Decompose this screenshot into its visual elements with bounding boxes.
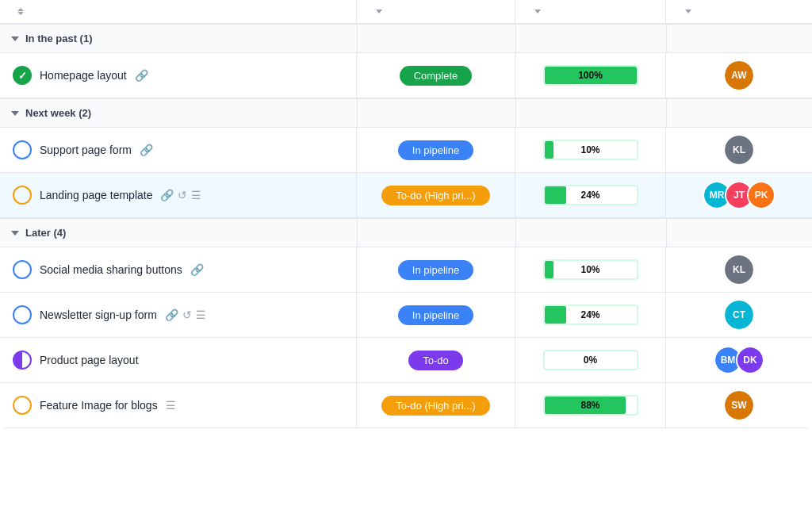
group-title-cell[interactable]: In the past (1)	[0, 25, 357, 52]
avatar-group: MRJTPK	[703, 181, 776, 209]
task-progress-cell: 88%	[515, 383, 666, 427]
list-icon[interactable]: ☰	[166, 399, 176, 412]
avatar: AW	[725, 61, 753, 90]
task-name[interactable]: Newsletter sign-up form	[40, 308, 157, 321]
task-title-cell: Landing page template🔗↺☰	[0, 173, 357, 217]
avatar: DK	[736, 346, 764, 374]
table-row[interactable]: Social media sharing buttons🔗In pipeline…	[0, 247, 812, 293]
progress-bar-wrap: 10%	[543, 259, 638, 280]
table-row[interactable]: Product page layoutTo-do0%BMDK	[0, 338, 812, 383]
stage-badge[interactable]: To-do (High pri...)	[381, 396, 489, 416]
col-stage[interactable]	[357, 0, 515, 23]
group-header-empty	[515, 25, 666, 52]
task-progress-cell: 10%	[515, 128, 666, 172]
task-stage-cell: To-do (High pri...)	[357, 173, 515, 217]
task-icons: ☰	[166, 399, 176, 412]
table-row[interactable]: Newsletter sign-up form🔗↺☰In pipeline24%…	[0, 293, 812, 338]
status-circle	[13, 186, 32, 205]
group-title: Next week (2)	[25, 107, 91, 119]
group-header-empty	[515, 219, 666, 247]
stage-badge[interactable]: In pipeline	[398, 305, 473, 325]
avatar: CT	[725, 301, 753, 329]
task-progress-cell: 24%	[515, 173, 666, 217]
progress-bar-wrap: 100%	[543, 65, 638, 86]
avatar: KL	[725, 255, 753, 284]
task-table: In the past (1)Homepage layout🔗Complete1…	[0, 0, 812, 428]
task-title-cell: Feature Image for blogs☰	[0, 383, 357, 427]
task-icons: 🔗↺☰	[160, 189, 201, 201]
progress-bar-wrap: 24%	[543, 305, 638, 325]
progress-bar-wrap: 24%	[543, 185, 638, 205]
avatar: PK	[747, 181, 776, 209]
chevron-down-icon[interactable]	[11, 111, 19, 116]
task-title-cell: Newsletter sign-up form🔗↺☰	[0, 293, 357, 337]
progress-label: 100%	[545, 70, 637, 81]
repeat-icon[interactable]: ↺	[182, 308, 192, 321]
link-icon[interactable]: 🔗	[190, 263, 204, 276]
group-header-empty	[357, 219, 515, 247]
task-progress-cell: 100%	[515, 53, 666, 98]
stage-badge[interactable]: In pipeline	[398, 140, 473, 160]
link-icon[interactable]: 🔗	[165, 308, 178, 321]
task-title-cell: Product page layout	[0, 338, 357, 382]
progress-dropdown-icon[interactable]	[534, 10, 541, 13]
list-icon[interactable]: ☰	[196, 308, 206, 321]
task-progress-cell: 24%	[515, 293, 666, 337]
task-icons: 🔗	[190, 263, 204, 276]
repeat-icon[interactable]: ↺	[178, 189, 187, 201]
task-assigned-cell: KL	[666, 128, 812, 172]
progress-bar-wrap: 88%	[543, 395, 638, 416]
assigned-dropdown-icon[interactable]	[685, 10, 691, 13]
group-header: In the past (1)	[0, 24, 812, 53]
col-progress[interactable]	[515, 0, 666, 23]
group-title-cell[interactable]: Next week (2)	[0, 99, 357, 127]
avatar: KL	[725, 136, 753, 164]
task-name[interactable]: Social media sharing buttons	[40, 263, 182, 276]
group-header-empty	[666, 219, 812, 247]
task-assigned-cell: MRJTPK	[666, 173, 812, 217]
task-name[interactable]: Feature Image for blogs	[40, 399, 158, 412]
task-progress-cell: 0%	[515, 338, 666, 382]
chevron-down-icon[interactable]	[11, 231, 19, 236]
task-icons: 🔗	[140, 144, 153, 156]
link-icon[interactable]: 🔗	[135, 69, 148, 82]
group-title-cell[interactable]: Later (4)	[0, 219, 357, 247]
task-name[interactable]: Product page layout	[40, 354, 139, 366]
col-assigned[interactable]	[666, 0, 812, 23]
chevron-down-icon[interactable]	[11, 36, 19, 41]
avatar-group: BMDK	[714, 346, 764, 374]
stage-dropdown-icon[interactable]	[376, 10, 382, 13]
progress-label: 10%	[545, 264, 637, 275]
group-title: In the past (1)	[25, 33, 93, 44]
task-name[interactable]: Homepage layout	[40, 69, 127, 82]
stage-badge[interactable]: Complete	[400, 66, 473, 86]
task-name[interactable]: Landing page template	[40, 189, 152, 201]
stage-badge[interactable]: To-do (High pri...)	[381, 186, 489, 205]
group-header-empty	[357, 99, 515, 127]
task-progress-cell: 10%	[515, 247, 666, 292]
stage-badge[interactable]: In pipeline	[398, 260, 473, 280]
status-circle	[13, 351, 32, 370]
group-header-empty	[357, 25, 515, 52]
task-assigned-cell: CT	[666, 293, 812, 337]
table-row[interactable]: Homepage layout🔗Complete100%AW	[0, 53, 812, 98]
table-row[interactable]: Landing page template🔗↺☰To-do (High pri.…	[0, 173, 812, 218]
link-icon[interactable]: 🔗	[140, 144, 153, 156]
table-row[interactable]: Support page form🔗In pipeline10%KL	[0, 128, 812, 173]
list-icon[interactable]: ☰	[191, 189, 201, 201]
sort-icon[interactable]	[17, 8, 24, 15]
progress-bar-wrap: 0%	[543, 350, 638, 370]
progress-label: 10%	[545, 144, 637, 155]
table-row[interactable]: Feature Image for blogs☰To-do (High pri.…	[0, 383, 812, 428]
group-title: Later (4)	[25, 227, 66, 239]
table-header	[0, 0, 812, 24]
group-header: Next week (2)	[0, 98, 812, 128]
stage-badge[interactable]: To-do	[408, 351, 463, 370]
col-task-title[interactable]	[0, 0, 357, 23]
status-circle	[13, 260, 32, 279]
task-title-cell: Social media sharing buttons🔗	[0, 247, 357, 292]
task-assigned-cell: KL	[666, 247, 812, 292]
status-circle	[13, 396, 32, 415]
link-icon[interactable]: 🔗	[160, 189, 174, 201]
task-name[interactable]: Support page form	[40, 144, 132, 156]
